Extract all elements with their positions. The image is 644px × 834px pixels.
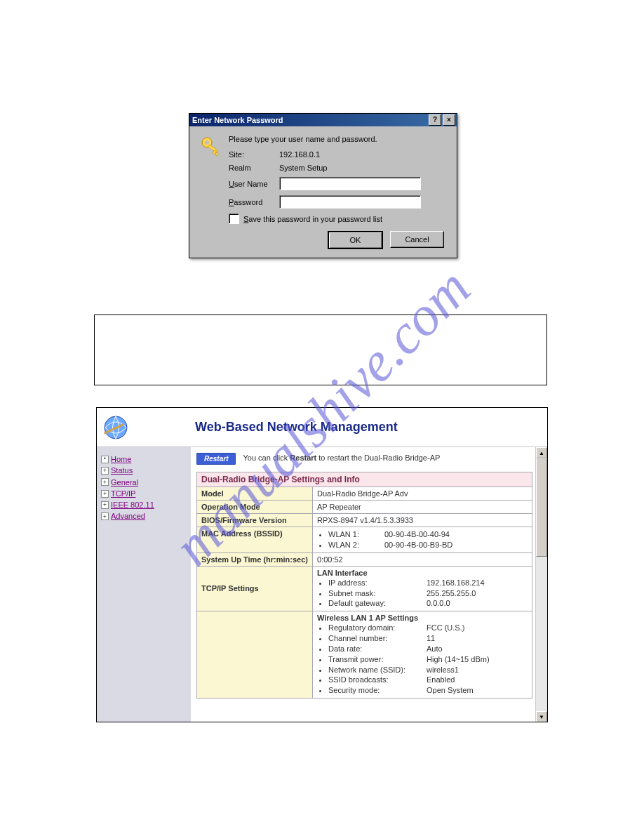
panel-header: Web-Based Network Management bbox=[97, 408, 547, 447]
scroll-up-icon[interactable]: ▲ bbox=[536, 447, 547, 458]
table-row: Model Dual-Radio Bridge-AP Adv bbox=[197, 487, 532, 501]
crescent-icon bbox=[135, 417, 156, 438]
wlan-label bbox=[197, 611, 313, 699]
mac-value: WLAN 1:00-90-4B-00-40-94 WLAN 2:00-90-4B… bbox=[313, 527, 532, 553]
tcpip-value: LAN Interface IP address:192.168.168.214… bbox=[313, 566, 532, 611]
management-panel: Web-Based Network Management •Home +Stat… bbox=[96, 407, 548, 722]
scroll-down-icon[interactable]: ▼ bbox=[536, 711, 547, 722]
svg-rect-4 bbox=[215, 152, 219, 156]
vertical-scrollbar[interactable]: ▲ ▼ bbox=[535, 447, 547, 722]
table-row: Operation Mode AP Repeater bbox=[197, 501, 532, 514]
uptime-value: 0:00:52 bbox=[313, 552, 532, 566]
save-password-checkbox[interactable] bbox=[229, 213, 239, 224]
main-content: Restart You can click Restart to restart… bbox=[191, 447, 535, 722]
sidebar-link[interactable]: General bbox=[111, 477, 138, 487]
bios-label: BIOS/Firmware Version bbox=[197, 514, 313, 527]
password-label: Password bbox=[229, 198, 279, 206]
sidebar-item-advanced[interactable]: +Advanced bbox=[101, 511, 187, 521]
opmode-label: Operation Mode bbox=[197, 501, 313, 514]
table-row: BIOS/Firmware Version RPXS-8947 v1.4/1.5… bbox=[197, 514, 532, 527]
tcpip-label: TCP/IP Settings bbox=[197, 566, 313, 611]
restart-button[interactable]: Restart bbox=[196, 453, 236, 465]
password-input[interactable] bbox=[279, 195, 421, 208]
site-label: Site: bbox=[229, 150, 279, 159]
table-title: Dual-Radio Bridge-AP Settings and Info bbox=[197, 472, 532, 487]
help-icon: ? bbox=[433, 117, 437, 124]
table-row: Wireless LAN 1 AP Settings Regulatory do… bbox=[197, 611, 532, 699]
empty-box bbox=[94, 315, 547, 385]
bullet-icon: • bbox=[101, 456, 109, 463]
opmode-value: AP Repeater bbox=[313, 501, 532, 514]
sidebar-item-home[interactable]: •Home bbox=[101, 454, 187, 464]
plus-icon: + bbox=[101, 490, 109, 498]
svg-point-1 bbox=[205, 140, 209, 145]
settings-table: Dual-Radio Bridge-AP Settings and Info M… bbox=[196, 472, 532, 699]
sidebar: •Home +Status +General +TCP/IP +IEEE 802… bbox=[97, 447, 191, 722]
sidebar-link[interactable]: Status bbox=[111, 465, 133, 475]
plus-icon: + bbox=[101, 467, 109, 475]
model-label: Model bbox=[197, 487, 313, 501]
table-row: TCP/IP Settings LAN Interface IP address… bbox=[197, 566, 532, 611]
dialog-title: Enter Network Password bbox=[192, 116, 283, 124]
close-icon: × bbox=[447, 117, 451, 124]
plus-icon: + bbox=[101, 501, 109, 509]
cancel-button[interactable]: Cancel bbox=[390, 231, 444, 248]
help-button[interactable]: ? bbox=[429, 114, 441, 126]
username-input[interactable] bbox=[279, 177, 421, 190]
sidebar-item-status[interactable]: +Status bbox=[101, 465, 187, 475]
model-value: Dual-Radio Bridge-AP Adv bbox=[313, 487, 532, 501]
key-icon bbox=[199, 135, 222, 157]
password-dialog: Enter Network Password ? × Please type y… bbox=[189, 113, 457, 258]
restart-help-text: You can click Restart to restart the Dua… bbox=[243, 453, 440, 463]
dialog-prompt: Please type your user name and password. bbox=[229, 135, 447, 143]
sidebar-link[interactable]: TCP/IP bbox=[111, 489, 135, 498]
save-password-label: Save this password in your password list bbox=[243, 215, 382, 223]
mac-label: MAC Address (BSSID) bbox=[197, 527, 313, 553]
bios-value: RPXS-8947 v1.4/1.5.3.3933 bbox=[313, 514, 532, 527]
plus-icon: + bbox=[101, 512, 109, 520]
table-row: MAC Address (BSSID) WLAN 1:00-90-4B-00-4… bbox=[197, 527, 532, 553]
globe-logo-icon bbox=[101, 413, 130, 442]
scroll-thumb[interactable] bbox=[536, 458, 547, 557]
sidebar-link[interactable]: Advanced bbox=[111, 511, 145, 521]
username-label: User Name bbox=[229, 180, 279, 188]
table-row: System Up Time (hr:min:sec) 0:00:52 bbox=[197, 552, 532, 566]
sidebar-item-ieee[interactable]: +IEEE 802.11 bbox=[101, 500, 187, 510]
realm-value: System Setup bbox=[279, 164, 327, 172]
sidebar-link[interactable]: Home bbox=[111, 454, 131, 464]
dialog-titlebar: Enter Network Password ? × bbox=[189, 114, 457, 126]
close-button[interactable]: × bbox=[443, 114, 455, 126]
site-value: 192.168.0.1 bbox=[279, 150, 320, 159]
panel-title: Web-Based Network Management bbox=[160, 420, 547, 435]
realm-label: Realm bbox=[229, 164, 279, 172]
sidebar-link[interactable]: IEEE 802.11 bbox=[111, 500, 154, 510]
ok-button[interactable]: OK bbox=[328, 231, 383, 249]
uptime-label: System Up Time (hr:min:sec) bbox=[197, 552, 313, 566]
plus-icon: + bbox=[101, 478, 109, 486]
wlan-value: Wireless LAN 1 AP Settings Regulatory do… bbox=[313, 611, 532, 699]
sidebar-item-tcpip[interactable]: +TCP/IP bbox=[101, 489, 187, 498]
sidebar-item-general[interactable]: +General bbox=[101, 477, 187, 487]
